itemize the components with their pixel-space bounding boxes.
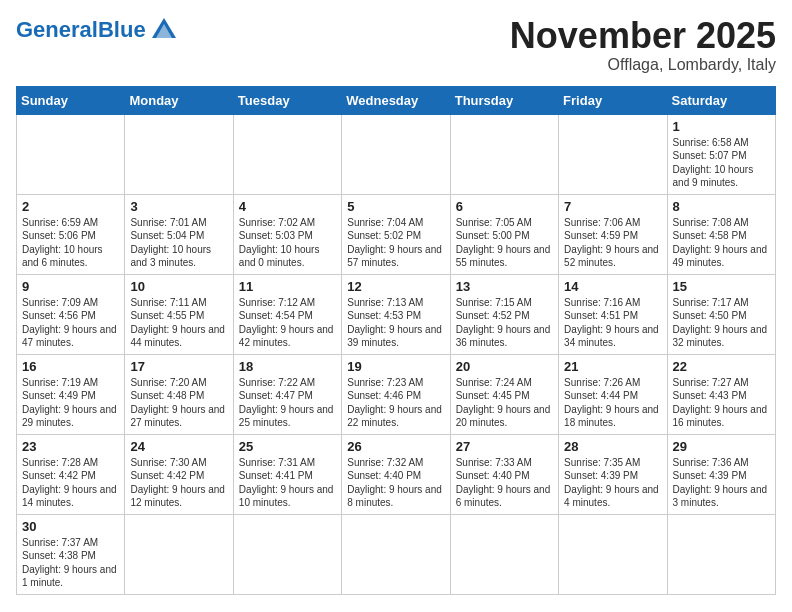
calendar-cell: 3Sunrise: 7:01 AMSunset: 5:04 PMDaylight… [125,194,233,274]
logo-general: General [16,17,98,42]
title-block: November 2025 Offlaga, Lombardy, Italy [510,16,776,74]
calendar-cell [17,114,125,194]
day-of-week-header: Monday [125,86,233,114]
day-info: Sunrise: 6:59 AMSunset: 5:06 PMDaylight:… [22,216,119,270]
day-info: Sunrise: 7:06 AMSunset: 4:59 PMDaylight:… [564,216,661,270]
day-number: 21 [564,359,661,374]
calendar-cell: 25Sunrise: 7:31 AMSunset: 4:41 PMDayligh… [233,434,341,514]
day-number: 23 [22,439,119,454]
day-of-week-header: Sunday [17,86,125,114]
calendar-cell [450,514,558,594]
calendar-body: 1Sunrise: 6:58 AMSunset: 5:07 PMDaylight… [17,114,776,594]
day-info: Sunrise: 7:22 AMSunset: 4:47 PMDaylight:… [239,376,336,430]
calendar-cell: 28Sunrise: 7:35 AMSunset: 4:39 PMDayligh… [559,434,667,514]
calendar-cell: 20Sunrise: 7:24 AMSunset: 4:45 PMDayligh… [450,354,558,434]
day-of-week-header: Wednesday [342,86,450,114]
day-number: 26 [347,439,444,454]
calendar-cell: 29Sunrise: 7:36 AMSunset: 4:39 PMDayligh… [667,434,775,514]
calendar-cell [125,514,233,594]
day-info: Sunrise: 7:16 AMSunset: 4:51 PMDaylight:… [564,296,661,350]
day-number: 15 [673,279,770,294]
calendar-cell: 14Sunrise: 7:16 AMSunset: 4:51 PMDayligh… [559,274,667,354]
calendar-cell: 12Sunrise: 7:13 AMSunset: 4:53 PMDayligh… [342,274,450,354]
calendar-cell: 2Sunrise: 6:59 AMSunset: 5:06 PMDaylight… [17,194,125,274]
day-info: Sunrise: 7:08 AMSunset: 4:58 PMDaylight:… [673,216,770,270]
day-number: 3 [130,199,227,214]
day-info: Sunrise: 7:02 AMSunset: 5:03 PMDaylight:… [239,216,336,270]
day-info: Sunrise: 7:13 AMSunset: 4:53 PMDaylight:… [347,296,444,350]
calendar-cell: 30Sunrise: 7:37 AMSunset: 4:38 PMDayligh… [17,514,125,594]
day-number: 13 [456,279,553,294]
day-info: Sunrise: 7:05 AMSunset: 5:00 PMDaylight:… [456,216,553,270]
calendar-cell: 6Sunrise: 7:05 AMSunset: 5:00 PMDaylight… [450,194,558,274]
day-info: Sunrise: 7:28 AMSunset: 4:42 PMDaylight:… [22,456,119,510]
day-info: Sunrise: 7:19 AMSunset: 4:49 PMDaylight:… [22,376,119,430]
calendar-cell: 13Sunrise: 7:15 AMSunset: 4:52 PMDayligh… [450,274,558,354]
calendar-cell: 1Sunrise: 6:58 AMSunset: 5:07 PMDaylight… [667,114,775,194]
calendar-cell [559,114,667,194]
calendar-cell: 22Sunrise: 7:27 AMSunset: 4:43 PMDayligh… [667,354,775,434]
day-of-week-header: Thursday [450,86,558,114]
day-of-week-header: Tuesday [233,86,341,114]
week-row: 16Sunrise: 7:19 AMSunset: 4:49 PMDayligh… [17,354,776,434]
day-info: Sunrise: 7:27 AMSunset: 4:43 PMDaylight:… [673,376,770,430]
calendar-cell: 8Sunrise: 7:08 AMSunset: 4:58 PMDaylight… [667,194,775,274]
day-number: 2 [22,199,119,214]
day-info: Sunrise: 7:11 AMSunset: 4:55 PMDaylight:… [130,296,227,350]
day-info: Sunrise: 7:09 AMSunset: 4:56 PMDaylight:… [22,296,119,350]
day-of-week-header: Friday [559,86,667,114]
calendar-cell [233,514,341,594]
day-number: 10 [130,279,227,294]
day-number: 12 [347,279,444,294]
day-info: Sunrise: 7:33 AMSunset: 4:40 PMDaylight:… [456,456,553,510]
day-number: 18 [239,359,336,374]
calendar-cell [559,514,667,594]
calendar-cell: 7Sunrise: 7:06 AMSunset: 4:59 PMDaylight… [559,194,667,274]
day-number: 24 [130,439,227,454]
calendar-cell: 10Sunrise: 7:11 AMSunset: 4:55 PMDayligh… [125,274,233,354]
week-row: 1Sunrise: 6:58 AMSunset: 5:07 PMDaylight… [17,114,776,194]
day-info: Sunrise: 7:30 AMSunset: 4:42 PMDaylight:… [130,456,227,510]
day-number: 27 [456,439,553,454]
day-number: 9 [22,279,119,294]
header-row: SundayMondayTuesdayWednesdayThursdayFrid… [17,86,776,114]
calendar-cell [233,114,341,194]
day-info: Sunrise: 7:24 AMSunset: 4:45 PMDaylight:… [456,376,553,430]
day-info: Sunrise: 7:12 AMSunset: 4:54 PMDaylight:… [239,296,336,350]
day-number: 25 [239,439,336,454]
day-number: 17 [130,359,227,374]
calendar-cell [667,514,775,594]
day-number: 5 [347,199,444,214]
week-row: 9Sunrise: 7:09 AMSunset: 4:56 PMDaylight… [17,274,776,354]
day-number: 7 [564,199,661,214]
calendar-cell: 9Sunrise: 7:09 AMSunset: 4:56 PMDaylight… [17,274,125,354]
logo-icon: GeneralBlue [16,16,178,44]
logo-blue: Blue [98,17,146,42]
week-row: 30Sunrise: 7:37 AMSunset: 4:38 PMDayligh… [17,514,776,594]
logo: GeneralBlue [16,16,178,44]
calendar-cell: 11Sunrise: 7:12 AMSunset: 4:54 PMDayligh… [233,274,341,354]
calendar-cell: 19Sunrise: 7:23 AMSunset: 4:46 PMDayligh… [342,354,450,434]
day-info: Sunrise: 7:35 AMSunset: 4:39 PMDaylight:… [564,456,661,510]
day-info: Sunrise: 7:04 AMSunset: 5:02 PMDaylight:… [347,216,444,270]
day-info: Sunrise: 7:32 AMSunset: 4:40 PMDaylight:… [347,456,444,510]
calendar-cell [342,114,450,194]
calendar-cell: 26Sunrise: 7:32 AMSunset: 4:40 PMDayligh… [342,434,450,514]
day-number: 29 [673,439,770,454]
day-number: 14 [564,279,661,294]
month-title: November 2025 [510,16,776,56]
day-number: 30 [22,519,119,534]
calendar-table: SundayMondayTuesdayWednesdayThursdayFrid… [16,86,776,595]
calendar-cell: 24Sunrise: 7:30 AMSunset: 4:42 PMDayligh… [125,434,233,514]
week-row: 23Sunrise: 7:28 AMSunset: 4:42 PMDayligh… [17,434,776,514]
day-info: Sunrise: 7:31 AMSunset: 4:41 PMDaylight:… [239,456,336,510]
day-number: 6 [456,199,553,214]
calendar-cell: 5Sunrise: 7:04 AMSunset: 5:02 PMDaylight… [342,194,450,274]
logo-svg-icon [150,16,178,44]
day-info: Sunrise: 6:58 AMSunset: 5:07 PMDaylight:… [673,136,770,190]
day-info: Sunrise: 7:23 AMSunset: 4:46 PMDaylight:… [347,376,444,430]
day-number: 20 [456,359,553,374]
week-row: 2Sunrise: 6:59 AMSunset: 5:06 PMDaylight… [17,194,776,274]
day-number: 11 [239,279,336,294]
calendar-cell [450,114,558,194]
